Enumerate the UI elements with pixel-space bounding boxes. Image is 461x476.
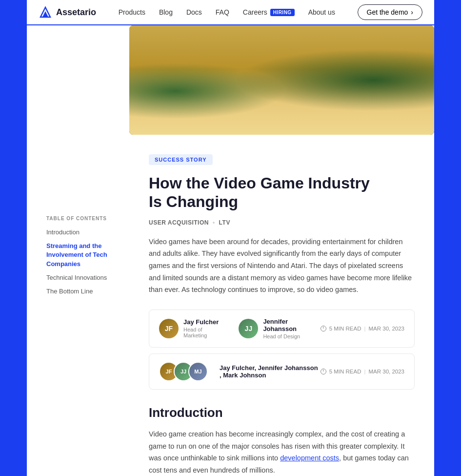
clock-icon-2: [321, 369, 326, 374]
nav-careers[interactable]: Careers HIRING: [243, 8, 295, 16]
clock-icon: [321, 326, 326, 331]
toc-item-bottom-line[interactable]: The Bottom Line: [46, 287, 129, 296]
avatar-jay: JF: [159, 319, 179, 338]
toc-label: TABLE OF CONTENTS: [46, 216, 129, 221]
hero-image: [129, 25, 434, 135]
author-jay: JF Jay Fulcher Head of Marketing: [159, 318, 225, 339]
multi-avatar-group: JF JJ MJ: [159, 362, 208, 381]
multi-publish-date: MAR 30, 2023: [368, 369, 404, 374]
hiring-badge: HIRING: [270, 9, 295, 16]
nav-about[interactable]: About us: [308, 8, 335, 16]
article-title: How the Video Game Industry Is Changing: [149, 174, 415, 211]
author-jennifer-name: Jennifer Johansson: [263, 318, 320, 332]
intro-body: Video game creation has become increasin…: [149, 428, 415, 476]
publish-date: MAR 30, 2023: [368, 326, 404, 331]
hero-scene: [129, 25, 434, 135]
article-body: Video games have been around for decades…: [149, 236, 415, 296]
nav-blog[interactable]: Blog: [159, 8, 173, 16]
avatar-mark-small: MJ: [188, 362, 208, 381]
dev-costs-link[interactable]: development costs: [280, 454, 339, 462]
author-card-secondary: JF JJ MJ Jay Fulcher, Jennifer Johansson…: [149, 353, 415, 390]
avatar-jennifer: JJ: [239, 319, 258, 338]
arrow-icon: ›: [411, 8, 413, 16]
intro-heading: Introduction: [149, 405, 415, 420]
tag-separator: •: [213, 219, 215, 226]
get-demo-button[interactable]: Get the demo ›: [358, 4, 423, 20]
toc-list: Introduction Streaming and the Involveme…: [46, 228, 129, 296]
author-jennifer-role: Head of Design: [263, 333, 320, 339]
read-time: 5 MIN READ: [329, 326, 361, 331]
toc-item-introduction[interactable]: Introduction: [46, 228, 129, 237]
article-meta-secondary: 5 MIN READ | MAR 30, 2023: [321, 369, 404, 374]
nav-faq[interactable]: FAQ: [216, 8, 229, 16]
nav-docs[interactable]: Docs: [186, 8, 202, 16]
article-meta-primary: 5 MIN READ | MAR 30, 2023: [321, 326, 404, 331]
nav-products[interactable]: Products: [119, 8, 145, 16]
article: SUCCESS STORY How the Video Game Industr…: [149, 25, 415, 476]
category-badge: SUCCESS STORY: [149, 154, 213, 165]
author-card-primary: JF Jay Fulcher Head of Marketing JJ Jenn…: [149, 310, 415, 348]
article-tags: USER ACQUISITION • LTV: [149, 219, 415, 226]
author-jennifer: JJ Jennifer Johansson Head of Design: [239, 318, 320, 339]
navbar: Assetario Products Blog Docs FAQ Careers…: [27, 0, 434, 25]
multi-read-time: 5 MIN READ: [329, 369, 361, 374]
toc-sidebar: TABLE OF CONTENTS Introduction Streaming…: [46, 25, 129, 476]
author-jay-details: Jay Fulcher Head of Marketing: [183, 318, 225, 338]
nav-links: Products Blog Docs FAQ Careers HIRING Ab…: [119, 8, 335, 16]
authors-group: JF Jay Fulcher Head of Marketing JJ Jenn…: [159, 318, 321, 339]
brand-logo-link[interactable]: Assetario: [39, 5, 96, 19]
toc-item-technical[interactable]: Technical Innovations: [46, 273, 129, 282]
brand-logo-icon: [39, 5, 52, 19]
tag-ltv: LTV: [219, 219, 230, 226]
content-area: TABLE OF CONTENTS Introduction Streaming…: [27, 25, 434, 476]
author-jay-name: Jay Fulcher: [183, 318, 225, 326]
author-jennifer-details: Jennifer Johansson Head of Design: [263, 318, 320, 339]
multi-author-names: Jay Fulcher, Jennifer Johansson , Mark J…: [220, 364, 321, 379]
tag-user-acquisition: USER ACQUISITION: [149, 219, 209, 226]
page-wrapper: TABLE OF CONTENTS Introduction Streaming…: [27, 25, 434, 476]
multi-author-info: JF JJ MJ Jay Fulcher, Jennifer Johansson…: [159, 362, 321, 381]
brand-name: Assetario: [56, 7, 96, 18]
hero-image-wrapper: [129, 25, 434, 135]
toc-item-streaming[interactable]: Streaming and the Involvement of Tech Co…: [46, 242, 129, 269]
hero-bg: [129, 25, 434, 135]
author-jay-role: Head of Marketing: [183, 327, 225, 338]
